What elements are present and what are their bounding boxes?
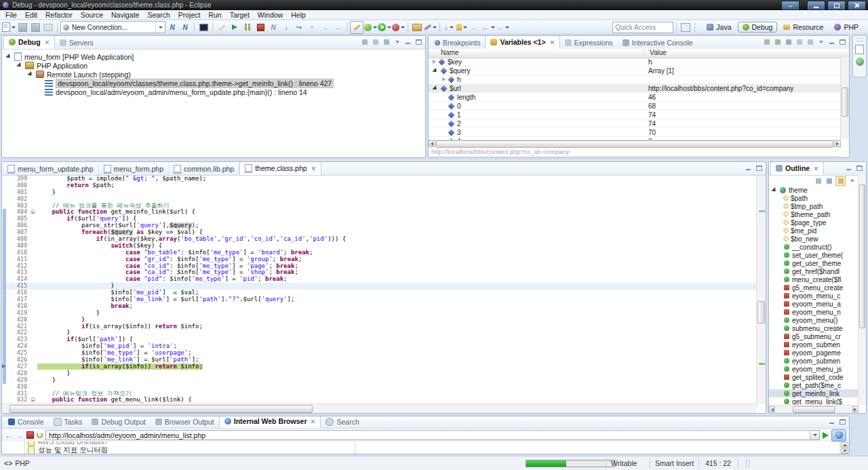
menu-file[interactable]: File	[1, 11, 21, 19]
fold-collapse-icon[interactable]	[31, 210, 35, 214]
outline-item-path[interactable]: $path	[769, 194, 859, 202]
perspective-java[interactable]: Java	[702, 22, 736, 33]
variable-row[interactable]: 370	[429, 128, 841, 137]
browser-stop-button[interactable]	[26, 431, 34, 439]
code-line[interactable]: 422 }	[2, 330, 757, 336]
print-button[interactable]	[42, 22, 54, 33]
resume-button[interactable]	[229, 22, 241, 33]
outline-item-submenu-create[interactable]: submenu_create	[769, 324, 859, 332]
forward-button[interactable]: →	[496, 22, 509, 33]
menu-source[interactable]: Source	[77, 11, 107, 19]
outline-item-tmp-path[interactable]: $tmp_path	[769, 202, 859, 210]
save-all-button[interactable]	[29, 22, 41, 33]
console-tab-console[interactable]: Console	[3, 416, 49, 428]
menu-project[interactable]: Project	[174, 11, 205, 19]
external-tools-button[interactable]	[424, 22, 437, 33]
drop-to-frame-button[interactable]: →	[319, 22, 331, 33]
menu-refactor[interactable]: Refactor	[41, 11, 77, 19]
suspend-button[interactable]	[241, 22, 254, 33]
show-logical-structure-button[interactable]	[773, 38, 782, 46]
editor-hscrollbar[interactable]	[2, 404, 757, 413]
expander-collapsed-icon[interactable]	[442, 77, 446, 81]
close-icon[interactable]	[550, 40, 555, 45]
open-resource-button[interactable]	[411, 22, 423, 33]
console-tab-search[interactable]: Search	[321, 416, 363, 428]
show-columns-button[interactable]	[784, 38, 793, 46]
menu-navigate[interactable]: Navigate	[107, 11, 143, 19]
browser-menu-row[interactable]: 성능 및 지표 모니터링	[2, 446, 840, 454]
scrollbar-thumb[interactable]	[859, 184, 865, 329]
expander-expanded-icon[interactable]	[432, 85, 438, 91]
new-watch-button[interactable]	[795, 38, 804, 46]
code-line[interactable]: 400 return $path;	[2, 182, 757, 189]
minimize-view-button[interactable]	[827, 418, 836, 426]
variable-row[interactable]: $keyh	[429, 58, 841, 66]
link-with-editor-button[interactable]	[835, 176, 846, 186]
disconnect-button[interactable]: N	[267, 22, 279, 33]
variable-row[interactable]: 274	[429, 119, 841, 128]
expander-collapsed-icon[interactable]	[433, 60, 436, 64]
variable-row[interactable]: $queryArray [1]	[429, 66, 841, 75]
fast-view-grip[interactable]	[856, 38, 863, 41]
minimized-view-icon[interactable]	[855, 45, 864, 54]
code-line[interactable]: 421 if(is_array($info)) return $info;	[2, 324, 757, 330]
browser-go-button[interactable]	[823, 432, 829, 439]
variables-view-tab-variables-1[interactable]: Variables <1>	[485, 35, 559, 49]
resize-button[interactable]: ↔	[781, 1, 800, 10]
outline-item-eyoom-menu-n[interactable]: eyoom_menu_n	[769, 308, 859, 316]
outline-item-page-type[interactable]: $page_type	[769, 218, 859, 227]
outline-item-construct[interactable]: __construct()	[769, 243, 859, 251]
variable-row[interactable]: h	[429, 75, 841, 84]
fold-collapse-icon[interactable]	[31, 397, 35, 402]
perspective-resource[interactable]: Resource	[778, 22, 828, 33]
code-line[interactable]: 417 $info['me_link'] = $url['path']."?".…	[2, 296, 757, 303]
user-tool-button[interactable]	[456, 22, 468, 33]
code-line[interactable]: 404 public function get_meinfo_link($url…	[2, 209, 757, 216]
minimize-view-button[interactable]	[403, 38, 412, 46]
expander-expanded-icon[interactable]	[432, 67, 438, 73]
debug-view-tab-servers[interactable]: Servers	[55, 37, 98, 49]
menu-help[interactable]: Help	[287, 11, 310, 19]
overview-annotation-mark[interactable]	[759, 210, 765, 212]
detail-hscrollbar[interactable]	[429, 156, 841, 158]
browser-forward-button[interactable]: →	[16, 431, 24, 439]
expander-expanded-icon[interactable]	[16, 62, 22, 68]
console-tab-debug-output[interactable]: Debug Output	[87, 416, 150, 428]
code-line[interactable]: 410 case "bo_table": $info['me_type'] = …	[2, 250, 757, 256]
maximize-view-button[interactable]	[414, 38, 423, 46]
minimize-button[interactable]	[807, 1, 825, 10]
outline-item-get-user-theme[interactable]: get_user_theme	[769, 259, 859, 267]
close-icon[interactable]	[311, 166, 316, 171]
outline-item-eyoom-menu[interactable]: eyoom_menu()	[769, 316, 859, 324]
code-line[interactable]: 413 case "ca_id": $info['me_type'] = 'sh…	[2, 269, 757, 276]
variable-row[interactable]: length46	[429, 93, 841, 102]
url-input[interactable]	[45, 430, 820, 440]
scroll-left-button[interactable]	[769, 406, 775, 412]
variables-vscrollbar[interactable]	[840, 58, 849, 140]
debug-tree-row[interactable]: Remote Launch (stepping)	[2, 70, 425, 79]
expander-expanded-icon[interactable]	[771, 187, 777, 193]
minimize-view-button[interactable]	[844, 164, 853, 172]
code-line[interactable]: 406 parse_str($url['query'],$query);	[2, 222, 757, 229]
step-granularity-button[interactable]	[382, 38, 391, 46]
profile-button[interactable]	[392, 22, 405, 33]
code-line[interactable]: 412 case "co_id": $info['me_type'] = 'pa…	[2, 263, 757, 270]
menu-edit[interactable]: Edit	[21, 11, 41, 19]
combo-dropdown[interactable]	[155, 22, 165, 33]
console-tab-browser-output[interactable]: Browser Output	[151, 416, 219, 428]
step-return-button[interactable]: ↑	[306, 22, 318, 33]
code-line[interactable]: 416 $info['me_pid'] = $val;	[2, 290, 757, 296]
menu-search[interactable]: Search	[143, 11, 174, 19]
code-line[interactable]: 405 if($url['query']) {	[2, 216, 757, 222]
close-icon[interactable]	[45, 40, 50, 45]
outline-item-g5-menu-create[interactable]: g5_menu_create	[769, 283, 859, 292]
variable-row[interactable]: 174	[429, 111, 841, 119]
code-line[interactable]: 407 foreach($query as $key => $val) {	[2, 229, 757, 236]
minimize-view-button[interactable]	[744, 164, 753, 172]
previous-annotation-button[interactable]: N	[179, 22, 191, 33]
view-menu-button[interactable]	[848, 177, 856, 185]
outline-item-get-path-me-c[interactable]: get_path($me_c	[769, 381, 859, 389]
back-button[interactable]: ←	[481, 22, 495, 33]
scroll-left-button[interactable]	[429, 140, 435, 147]
next-annotation-button[interactable]: N	[166, 22, 178, 33]
